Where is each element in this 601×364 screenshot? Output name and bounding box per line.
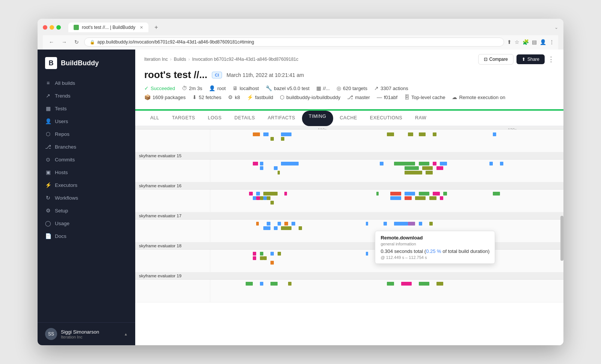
bar[interactable] [281,137,284,141]
bar[interactable] [270,261,274,265]
bar[interactable] [419,282,429,286]
bar[interactable] [433,132,436,136]
tab-timing[interactable]: TIMING [302,111,333,126]
sidebar-item-trends[interactable]: ↗ Trends [38,89,135,102]
bar[interactable] [260,166,263,170]
bar[interactable] [387,132,394,136]
bar[interactable] [366,222,368,226]
bar[interactable] [253,256,256,260]
forward-button[interactable]: → [59,38,69,47]
scrollbar-thumb[interactable] [560,216,563,261]
sidebar-toggle-icon[interactable]: ▤ [532,39,537,45]
bar[interactable] [422,166,433,170]
sidebar-item-docs[interactable]: 📄 Docs [38,230,135,242]
bar[interactable] [263,256,267,260]
bar[interactable] [281,226,291,230]
sidebar-item-executors[interactable]: ⚡ Executors [38,179,135,191]
bar[interactable] [281,132,291,136]
bar[interactable] [429,196,436,200]
bar[interactable] [419,192,429,196]
user-menu-chevron-icon[interactable]: ▲ [124,332,128,336]
tab-raw[interactable]: RAW [409,111,432,126]
bar[interactable] [405,196,412,200]
bar[interactable] [253,162,258,165]
more-options-button[interactable]: ⋮ [548,55,554,63]
bar[interactable] [433,162,436,165]
tab-executions[interactable]: EXECUTIONS [364,111,408,126]
bookmark-icon[interactable]: ☆ [515,39,519,45]
bar[interactable] [390,196,401,200]
bar[interactable] [366,252,368,256]
bar[interactable] [415,196,426,200]
bar[interactable] [436,166,444,170]
close-button[interactable] [43,25,47,30]
bar[interactable] [260,256,263,260]
bar[interactable] [419,162,429,165]
bar[interactable] [390,192,401,196]
bar[interactable] [260,162,263,165]
bar[interactable] [384,222,387,226]
share-icon[interactable]: ⬆ [507,39,512,45]
back-button[interactable]: ← [47,38,56,47]
bar[interactable] [500,162,503,165]
bar[interactable] [270,282,278,286]
bar[interactable] [263,132,269,136]
bar[interactable] [274,226,277,230]
bar[interactable] [278,171,280,174]
bar[interactable] [440,196,443,200]
sidebar-item-tests[interactable]: ▦ Tests [38,102,135,115]
bar[interactable] [263,226,270,230]
bar[interactable] [284,222,288,226]
breadcrumb-iteration[interactable]: Iteration Inc [144,57,168,62]
bar[interactable] [493,132,496,136]
bar[interactable] [426,171,433,174]
tab-cache[interactable]: CACHE [334,111,363,126]
compare-button[interactable]: ⊡ Compare [478,54,513,65]
bar[interactable] [405,192,415,196]
bar[interactable] [260,252,263,256]
bar[interactable] [394,162,415,165]
bar[interactable] [253,132,260,136]
sidebar-item-workflows[interactable]: ↻ Workflows [38,191,135,204]
tab-artifacts[interactable]: ARTIFACTS [262,111,301,126]
tab-targets[interactable]: TARGETS [166,111,201,126]
tab-close-button[interactable]: ✕ [140,25,143,30]
browser-tab[interactable]: root's test //... | BuildBuddy ✕ [68,23,148,32]
bar[interactable] [288,282,291,286]
breadcrumb-builds[interactable]: Builds [174,57,186,62]
bar[interactable] [256,196,260,200]
bar[interactable] [270,137,274,141]
tab-all[interactable]: ALL [144,111,165,126]
bar[interactable] [387,282,394,286]
bar[interactable] [291,222,295,226]
bar[interactable] [419,132,426,136]
tab-details[interactable]: DETAILS [228,111,261,126]
address-bar[interactable]: 🔒 app.buildbuddy.io/invocation/b6701c92-… [84,38,504,47]
bar[interactable] [433,192,440,196]
bar[interactable] [281,162,299,165]
bar[interactable] [429,222,433,226]
bar[interactable] [284,192,287,196]
bar[interactable] [376,192,379,196]
bar[interactable] [278,252,281,256]
bar[interactable] [408,132,413,136]
bar[interactable] [394,222,408,226]
bar[interactable] [270,252,274,256]
bar[interactable] [443,192,447,196]
profile-icon[interactable]: 👤 [540,39,546,45]
sidebar-item-all-builds[interactable]: ≡ All builds [38,77,135,89]
bar[interactable] [436,282,444,286]
bar[interactable] [440,162,447,165]
new-tab-button[interactable]: + [151,23,161,32]
bar[interactable] [260,196,263,200]
bar[interactable] [405,166,419,170]
tooltip-bar[interactable] [408,222,415,226]
minimize-button[interactable] [50,25,54,30]
bar[interactable] [260,282,263,286]
bar[interactable] [253,252,256,256]
bar[interactable] [256,192,260,196]
bar[interactable] [493,192,500,196]
bar[interactable] [270,201,274,205]
bar[interactable] [278,222,281,226]
sidebar-item-repos[interactable]: ⬡ Repos [38,128,135,140]
